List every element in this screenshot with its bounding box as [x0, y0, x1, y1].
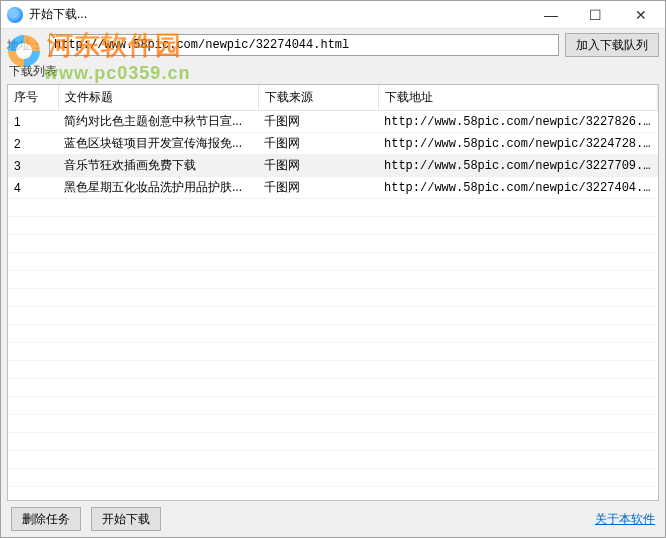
table-row-empty: [8, 325, 658, 343]
download-table: 序号 文件标题 下载来源 下载地址 1 简约对比色主题创意中秋节日宣... 千图…: [8, 85, 658, 501]
table-row[interactable]: 4 黑色星期五化妆品洗护用品护肤... 千图网 http://www.58pic…: [8, 177, 658, 199]
address-row: 地址： 加入下载队列: [1, 29, 665, 61]
table-row-empty: [8, 253, 658, 271]
table-row-empty: [8, 289, 658, 307]
minimize-button[interactable]: —: [529, 1, 573, 28]
cell-title: 黑色星期五化妆品洗护用品护肤...: [58, 177, 258, 199]
cell-seq: 4: [8, 177, 58, 199]
titlebar: 开始下载... — ☐ ✕: [1, 1, 665, 29]
col-seq-header[interactable]: 序号: [8, 85, 58, 111]
table-row-empty: [8, 271, 658, 289]
bottom-bar: 删除任务 开始下载 关于本软件: [1, 501, 665, 537]
cell-source: 千图网: [258, 177, 378, 199]
cell-source: 千图网: [258, 111, 378, 133]
list-section-label: 下载列表: [1, 61, 665, 84]
table-row[interactable]: 2 蓝色区块链项目开发宣传海报免... 千图网 http://www.58pic…: [8, 133, 658, 155]
cell-title: 简约对比色主题创意中秋节日宣...: [58, 111, 258, 133]
cell-seq: 2: [8, 133, 58, 155]
app-window: 开始下载... — ☐ ✕ 地址： 加入下载队列 下载列表 序号 文件标题 下载…: [0, 0, 666, 538]
table-row-empty: [8, 379, 658, 397]
col-source-header[interactable]: 下载来源: [258, 85, 378, 111]
cell-url: http://www.58pic.com/newpic/3227709...: [378, 155, 658, 177]
cell-source: 千图网: [258, 155, 378, 177]
table-row[interactable]: 3 音乐节狂欢插画免费下载 千图网 http://www.58pic.com/n…: [8, 155, 658, 177]
maximize-button[interactable]: ☐: [573, 1, 617, 28]
cell-url: http://www.58pic.com/newpic/3227826...: [378, 111, 658, 133]
col-url-header[interactable]: 下载地址: [378, 85, 658, 111]
cell-url: http://www.58pic.com/newpic/3227404...: [378, 177, 658, 199]
table-row-empty: [8, 199, 658, 217]
table-row[interactable]: 1 简约对比色主题创意中秋节日宣... 千图网 http://www.58pic…: [8, 111, 658, 133]
close-button[interactable]: ✕: [617, 1, 665, 28]
cell-title: 音乐节狂欢插画免费下载: [58, 155, 258, 177]
table-row-empty: [8, 343, 658, 361]
table-row-empty: [8, 235, 658, 253]
cell-url: http://www.58pic.com/newpic/3224728...: [378, 133, 658, 155]
start-download-button[interactable]: 开始下载: [91, 507, 161, 531]
window-title: 开始下载...: [29, 6, 529, 23]
table-row-empty: [8, 361, 658, 379]
table-row-empty: [8, 307, 658, 325]
about-link[interactable]: 关于本软件: [595, 511, 655, 528]
table-row-empty: [8, 397, 658, 415]
cell-title: 蓝色区块链项目开发宣传海报免...: [58, 133, 258, 155]
table-row-empty: [8, 469, 658, 487]
cell-seq: 1: [8, 111, 58, 133]
window-controls: — ☐ ✕: [529, 1, 665, 28]
table-row-empty: [8, 415, 658, 433]
add-queue-button[interactable]: 加入下载队列: [565, 33, 659, 57]
download-table-container: 序号 文件标题 下载来源 下载地址 1 简约对比色主题创意中秋节日宣... 千图…: [7, 84, 659, 501]
address-label: 地址：: [7, 37, 43, 54]
table-row-empty: [8, 433, 658, 451]
cell-seq: 3: [8, 155, 58, 177]
app-icon: [7, 7, 23, 23]
table-row-empty: [8, 451, 658, 469]
table-header-row: 序号 文件标题 下载来源 下载地址: [8, 85, 658, 111]
delete-task-button[interactable]: 删除任务: [11, 507, 81, 531]
address-input[interactable]: [49, 34, 559, 56]
table-row-empty: [8, 217, 658, 235]
col-title-header[interactable]: 文件标题: [58, 85, 258, 111]
cell-source: 千图网: [258, 133, 378, 155]
table-row-empty: [8, 487, 658, 502]
